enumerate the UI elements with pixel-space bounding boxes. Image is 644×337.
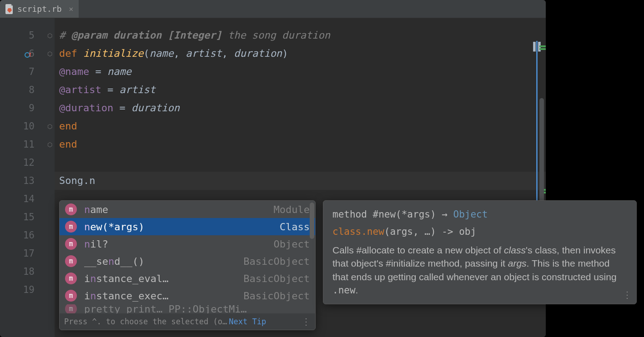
fold-handle-icon[interactable]: ⬡	[45, 135, 55, 154]
fold-handle-icon[interactable]: ⬡	[45, 26, 55, 45]
line-number: 6	[0, 45, 45, 63]
completion-scrollbar-thumb[interactable]	[310, 203, 314, 239]
line-number: 19	[0, 281, 45, 299]
completion-hint: BasicObject	[243, 273, 310, 284]
completion-item[interactable]: m nil? Object	[60, 235, 315, 253]
completion-item[interactable]: m __send__() BasicObject	[60, 253, 315, 270]
completion-item[interactable]: m instance_exec… BasicObject	[60, 287, 315, 304]
ruby-file-icon	[5, 4, 14, 14]
line-number: 18	[0, 263, 45, 281]
code-line[interactable]: def initialize(name, artist, duration)	[55, 45, 546, 63]
doc-body: Calls #allocate to create a new object o…	[332, 243, 627, 297]
line-number: 7	[0, 63, 45, 81]
code-line[interactable]: end	[55, 117, 546, 135]
code-line[interactable]: @artist = artist	[55, 81, 546, 99]
code-line[interactable]	[55, 154, 546, 172]
completion-item-selected[interactable]: m new(*args) Class	[60, 218, 315, 235]
line-number: 15	[0, 208, 45, 226]
line-number: 8	[0, 81, 45, 99]
svg-point-0	[25, 53, 30, 57]
line-number: 13	[0, 172, 45, 190]
editor-right-rail	[536, 41, 538, 222]
completion-item[interactable]: m instance_eval… BasicObject	[60, 270, 315, 287]
more-menu-icon[interactable]: ⋮	[302, 316, 311, 327]
method-icon: m	[65, 273, 77, 284]
code-line[interactable]: @name = name	[55, 63, 546, 81]
method-icon: m	[65, 221, 77, 233]
completion-hint: BasicObject	[243, 290, 310, 302]
completion-footer: Press ^. to choose the selected (o… Next…	[60, 313, 315, 330]
line-number: 10	[0, 117, 45, 135]
doc-popup: method #new(*args) → Object class.new(ar…	[323, 200, 637, 304]
fold-line	[45, 63, 55, 81]
override-marker-icon[interactable]	[25, 50, 32, 57]
line-number: 17	[0, 244, 45, 263]
more-menu-icon[interactable]: ⋮	[623, 289, 632, 300]
completion-list: m name Module m new(*args) Class m nil? …	[60, 201, 315, 313]
fold-gutter: ⬡ ⬡ ⬡ ⬡	[45, 18, 55, 337]
line-number: 9	[0, 99, 45, 117]
scroll-marker-icon[interactable]	[539, 45, 546, 47]
method-icon: m	[65, 203, 77, 215]
line-number: 5	[0, 26, 45, 45]
tab-filename: script.rb	[17, 4, 62, 14]
code-line[interactable]: end	[55, 135, 546, 154]
line-number: 11	[0, 135, 45, 154]
close-icon[interactable]: ✕	[69, 5, 74, 13]
line-number: 14	[0, 190, 45, 208]
line-number: 16	[0, 226, 45, 244]
completion-tip-text: Press ^. to choose the selected (o…	[64, 317, 227, 326]
fold-handle-icon[interactable]: ⬡	[45, 117, 55, 135]
fold-handle-icon[interactable]: ⬡	[45, 45, 55, 63]
fold-line	[45, 81, 55, 99]
method-icon: m	[65, 290, 77, 302]
doc-syntax: class.new(args, …) -> obj	[332, 226, 627, 237]
file-tab[interactable]: script.rb ✕	[0, 0, 79, 18]
completion-hint: Class	[280, 221, 310, 233]
line-number: 12	[0, 154, 45, 172]
method-icon: m	[65, 238, 77, 250]
completion-item-partial[interactable]: m pretty_print… PP::ObjectMi…	[60, 304, 315, 313]
completion-item[interactable]: m name Module	[60, 201, 315, 218]
code-line-current[interactable]: Song.n	[55, 172, 546, 190]
tab-bar: script.rb ✕	[0, 0, 546, 18]
completion-hint: BasicObject	[243, 256, 310, 267]
line-number-gutter: 5 6 7 8 9 10 11 12 13 14 15 16 17 18 19	[0, 18, 45, 337]
code-line[interactable]: @duration = duration	[55, 99, 546, 117]
code-line[interactable]: # @param duration [Integer] the song dur…	[55, 26, 546, 45]
scroll-marker-icon[interactable]	[539, 48, 546, 50]
completion-hint: Module	[274, 204, 310, 215]
fold-line	[45, 99, 55, 117]
method-icon: m	[65, 304, 77, 313]
completion-popup: m name Module m new(*args) Class m nil? …	[59, 200, 316, 330]
method-icon: m	[65, 255, 77, 267]
next-tip-link[interactable]: Next Tip	[229, 317, 266, 326]
doc-signature: method #new(*args) → Object	[332, 209, 627, 220]
completion-hint: Object	[274, 238, 310, 250]
